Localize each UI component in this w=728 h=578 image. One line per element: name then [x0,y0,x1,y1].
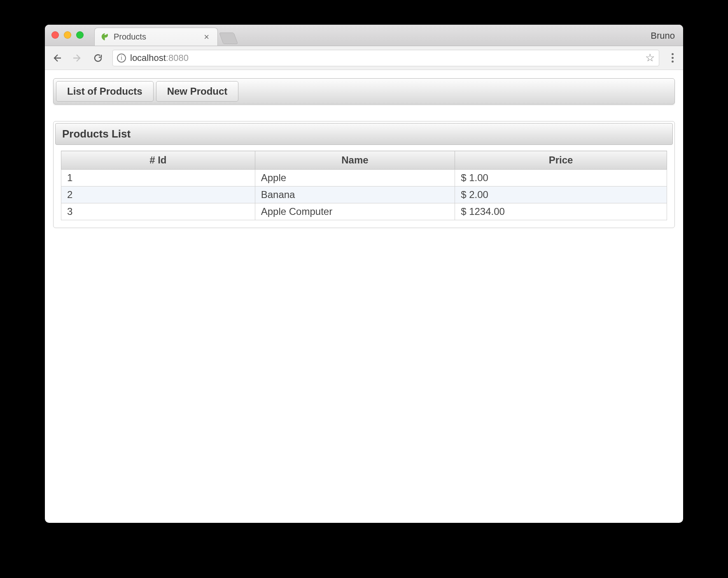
products-table: # Id Name Price 1 Apple $ 1.00 2 Banana … [61,151,667,220]
table-row: 1 Apple $ 1.00 [61,170,667,186]
col-header-name: Name [255,151,455,170]
bookmark-star-icon[interactable]: ☆ [645,51,655,64]
table-row: 3 Apple Computer $ 1234.00 [61,203,667,220]
minimize-window-button[interactable] [64,31,71,39]
reload-button[interactable] [92,52,104,64]
forward-button[interactable] [71,52,84,64]
products-panel: Products List # Id Name Price 1 Apple $ … [53,121,675,228]
browser-menu-button[interactable] [667,53,677,63]
page-content: List of Products New Product Products Li… [45,70,683,523]
table-row: 2 Banana $ 2.00 [61,186,667,203]
list-of-products-button[interactable]: List of Products [56,81,154,102]
site-info-icon[interactable]: i [117,54,126,63]
cell-price: $ 1234.00 [455,203,667,220]
cell-price: $ 1.00 [455,170,667,186]
window-controls [51,31,84,39]
cell-id: 3 [61,203,255,220]
cell-id: 1 [61,170,255,186]
new-product-button[interactable]: New Product [156,81,239,102]
spring-leaf-icon [100,33,110,42]
profile-name[interactable]: Bruno [651,30,675,41]
url-port: :8080 [166,53,189,63]
col-header-price: Price [455,151,667,170]
col-header-id: # Id [61,151,255,170]
panel-title: Products List [55,123,673,145]
close-tab-icon[interactable]: × [201,32,212,42]
back-button[interactable] [51,52,63,64]
cell-name: Apple Computer [255,203,455,220]
cell-name: Apple [255,170,455,186]
browser-toolbar: i localhost:8080 ☆ [45,46,683,70]
browser-tab[interactable]: Products × [94,28,218,46]
address-bar[interactable]: i localhost:8080 ☆ [112,50,659,66]
table-header-row: # Id Name Price [61,151,667,170]
new-tab-button[interactable] [219,33,238,44]
browser-window: Products × Bruno i localhost:8080 ☆ List… [45,25,683,523]
page-menubar: List of Products New Product [53,78,675,105]
url-host: localhost [130,53,166,63]
url-text: localhost:8080 [130,53,641,63]
maximize-window-button[interactable] [76,31,84,39]
titlebar: Products × Bruno [45,25,683,46]
cell-name: Banana [255,186,455,203]
close-window-button[interactable] [51,31,59,39]
cell-id: 2 [61,186,255,203]
tab-title: Products [114,32,197,42]
cell-price: $ 2.00 [455,186,667,203]
